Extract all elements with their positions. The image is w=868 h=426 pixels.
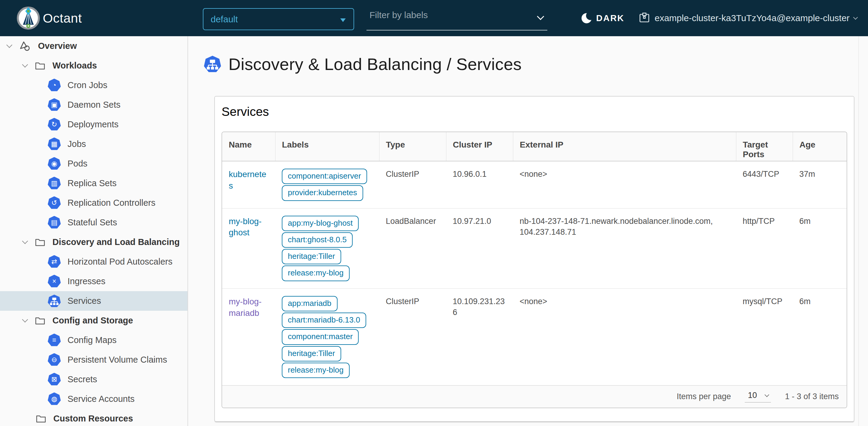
sidebar-item-cron-jobs[interactable]: ◔Cron Jobs <box>0 76 187 95</box>
label-pill[interactable]: provider:kubernetes <box>282 185 363 201</box>
sidebar-item-service-accounts[interactable]: ◍Service Accounts <box>0 389 187 409</box>
table-row: kubernetescomponent:apiserverprovider:ku… <box>222 161 847 208</box>
services-icon <box>204 56 221 73</box>
sidebar-item-jobs[interactable]: ▦Jobs <box>0 134 187 154</box>
pods-icon: ◉ <box>48 157 61 170</box>
label-pill[interactable]: heritage:Tiller <box>282 249 341 264</box>
sidebar-item-custom-resources[interactable]: Custom Resources <box>0 409 187 426</box>
sidebar-nav: OverviewWorkloads◔Cron Jobs▣Daemon Sets↻… <box>0 36 188 426</box>
moon-icon <box>580 12 592 24</box>
namespace-value: default <box>211 14 238 24</box>
sidebar-item-label: Secrets <box>67 374 97 385</box>
items-per-page-select[interactable]: 10 <box>745 391 771 402</box>
chevron-down-icon[interactable] <box>22 316 28 322</box>
sidebar-item-label: Ingresses <box>67 276 105 286</box>
label-pill[interactable]: chart:ghost-8.0.5 <box>282 232 352 248</box>
sidebar-item-label: Jobs <box>67 139 86 149</box>
age-cell: 6m <box>793 208 847 288</box>
sidebar-item-replication-controllers[interactable]: ↺Replication Controllers <box>0 193 187 213</box>
sidebar-item-label: Daemon Sets <box>67 100 121 110</box>
sidebar-item-horizontal-pod-autoscalers[interactable]: ⇄Horizontal Pod Autoscalers <box>0 252 187 272</box>
datagrid-footer: Items per page 10 1 - 3 of 3 items <box>222 385 846 407</box>
column-header-cluster-ip: Cluster IP <box>446 132 513 161</box>
folder-icon <box>34 236 46 248</box>
sidebar-item-label: Workloads <box>53 61 97 70</box>
sidebar-item-label: Deployments <box>67 119 119 130</box>
sidebar-item-pods[interactable]: ◉Pods <box>0 154 187 173</box>
scrollbar-track[interactable] <box>858 36 859 426</box>
sidebar-item-label: Stateful Sets <box>67 218 117 227</box>
sidebar-item-label: Discovery and Load Balancing <box>53 237 180 247</box>
chevron-down-icon[interactable] <box>537 13 544 20</box>
service-link[interactable]: my-blog-ghost <box>229 217 261 237</box>
service-accounts-icon: ◍ <box>48 393 61 406</box>
services-icon <box>204 56 221 73</box>
services-datagrid: NameLabelsTypeCluster IPExternal IPTarge… <box>221 132 847 408</box>
target-ports-cell: http/TCP <box>736 208 793 288</box>
target-ports-cell: mysql/TCP <box>736 288 793 385</box>
service-link[interactable]: kubernetes <box>229 170 267 190</box>
pagination-range: 1 - 3 of 3 items <box>785 392 839 401</box>
folder-icon <box>34 315 46 326</box>
service-link[interactable]: my-blog-mariadb <box>229 297 261 318</box>
sidebar-item-label: Custom Resources <box>53 414 133 424</box>
theme-toggle[interactable]: DARK <box>580 0 624 36</box>
sidebar-item-label: Config and Storage <box>53 316 133 325</box>
config-maps-icon: ≡ <box>48 334 61 347</box>
label-pill[interactable]: release:my-blog <box>282 363 350 378</box>
column-header-target-ports: Target Ports <box>736 132 793 161</box>
page-title-row: Discovery & Load Balancing / Services <box>204 54 522 74</box>
label-pill[interactable]: component:master <box>282 329 359 344</box>
sidebar-item-label: Service Accounts <box>67 394 134 404</box>
chevron-down-icon[interactable] <box>6 42 12 48</box>
target-ports-cell: 6443/TCP <box>736 161 793 208</box>
replication-controllers-icon: ↺ <box>48 196 61 210</box>
card-title: Services <box>221 104 847 119</box>
context-switcher[interactable]: example-cluster-ka3TuTzYo4a@example-clus… <box>638 0 857 36</box>
sidebar-item-services[interactable]: Services <box>0 291 187 311</box>
sidebar-item-overview[interactable]: Overview <box>0 36 187 56</box>
chevron-down-icon <box>853 15 858 20</box>
label-pill[interactable]: heritage:Tiller <box>282 346 341 362</box>
chevron-down-icon[interactable] <box>22 238 28 244</box>
replica-sets-icon: ▥ <box>48 177 61 190</box>
sidebar-item-ingresses[interactable]: ×Ingresses <box>0 272 187 291</box>
label-pill[interactable]: app:mariadb <box>282 296 338 311</box>
column-header-labels: Labels <box>275 132 379 161</box>
app-header: Octant default DARK example-cluster-ka3T… <box>0 0 868 36</box>
column-header-type: Type <box>379 132 446 161</box>
namespace-select[interactable]: default <box>203 8 354 30</box>
sidebar-item-stateful-sets[interactable]: ▤Stateful Sets <box>0 213 187 232</box>
sidebar-item-config-maps[interactable]: ≡Config Maps <box>0 330 187 350</box>
label-pill[interactable]: component:apiserver <box>282 169 367 184</box>
ingresses-icon: × <box>48 275 61 288</box>
octant-logo <box>16 6 40 30</box>
sidebar-item-workloads[interactable]: Workloads <box>0 56 187 76</box>
caret-down-icon <box>340 19 346 22</box>
sidebar-item-label: Replica Sets <box>67 178 117 188</box>
label-pill[interactable]: chart:mariadb-6.13.0 <box>282 313 366 328</box>
filter-underline <box>367 30 547 30</box>
external-ip-cell: <none> <box>513 161 736 208</box>
label-pill[interactable]: release:my-blog <box>282 265 350 281</box>
sidebar-item-config-and-storage[interactable]: Config and Storage <box>0 311 187 330</box>
page-size-value: 10 <box>748 391 757 400</box>
chevron-down-icon[interactable] <box>22 61 28 67</box>
sidebar-item-deployments[interactable]: ↻Deployments <box>0 115 187 134</box>
sidebar-item-daemon-sets[interactable]: ▣Daemon Sets <box>0 95 187 115</box>
label-filter-input[interactable] <box>369 10 532 21</box>
column-header-name: Name <box>222 132 275 161</box>
sidebar-item-persistent-volume-claims[interactable]: ⊖Persistent Volume Claims <box>0 350 187 370</box>
label-pill[interactable]: app:my-blog-ghost <box>282 216 359 231</box>
cluster-ip-cell: 10.96.0.1 <box>446 161 513 208</box>
sidebar-item-secrets[interactable]: ⊠Secrets <box>0 370 187 389</box>
jobs-icon: ▦ <box>48 138 61 151</box>
external-ip-cell: <none> <box>513 288 736 385</box>
sidebar-item-label: Pods <box>67 159 87 169</box>
folder-icon <box>34 60 46 72</box>
sidebar-item-label: Cron Jobs <box>67 80 107 90</box>
cluster-ip-cell: 10.109.231.236 <box>446 288 513 385</box>
theme-toggle-label: DARK <box>596 13 624 23</box>
sidebar-item-replica-sets[interactable]: ▥Replica Sets <box>0 173 187 193</box>
sidebar-item-discovery-and-load-balancing[interactable]: Discovery and Load Balancing <box>0 232 187 252</box>
